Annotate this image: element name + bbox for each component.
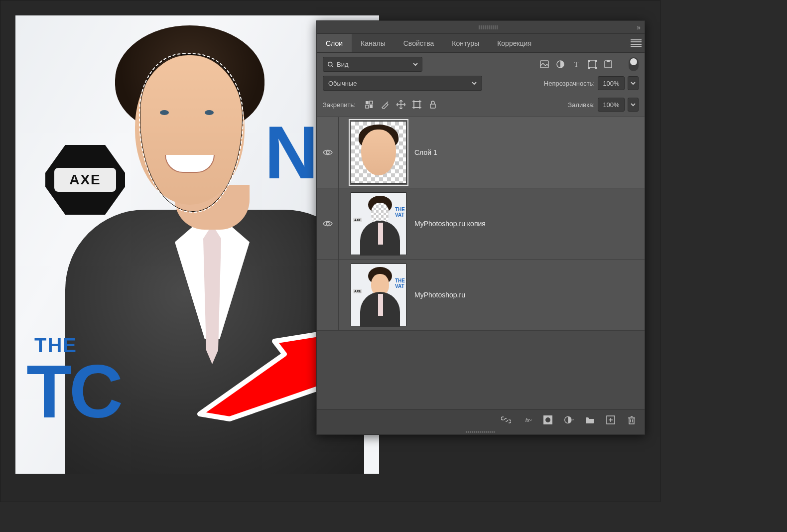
layer-kind-select[interactable]: Вид	[323, 57, 422, 72]
tab-layers[interactable]: Слои	[317, 34, 352, 52]
svg-text:T: T	[574, 61, 579, 68]
new-layer-icon[interactable]	[606, 415, 616, 425]
chevron-down-icon	[472, 80, 477, 87]
layer-row[interactable]: Слой 1	[317, 117, 645, 188]
link-icon[interactable]	[501, 415, 511, 425]
bg-text-big: TC	[26, 354, 120, 429]
svg-text:fx: fx	[525, 417, 530, 423]
svg-rect-11	[605, 61, 612, 68]
svg-rect-34	[629, 418, 634, 424]
layers-panel: » Слои Каналы Свойства Контуры Коррекция…	[316, 20, 645, 435]
panel-tabs: Слои Каналы Свойства Контуры Коррекция	[317, 34, 645, 53]
workspace: NA AXE THE TC » Слои Каналы	[0, 0, 660, 502]
lock-label: Закрепить:	[323, 101, 356, 109]
smartobject-filter-icon[interactable]	[604, 60, 613, 69]
figure-eye-left	[160, 110, 169, 115]
layer-name[interactable]: MyPhotoshop.ru	[414, 291, 465, 299]
layer-thumbnail[interactable]	[351, 121, 406, 184]
collapse-panel-icon[interactable]: »	[637, 23, 641, 31]
type-filter-icon[interactable]: T	[572, 60, 581, 69]
svg-rect-24	[430, 104, 435, 108]
lock-row: Закрепить: Заливка: 100%	[317, 95, 645, 117]
layer-thumbnail[interactable]: AXE THEVAT	[351, 264, 406, 326]
layer-list: Слой 1 AXE THEVAT MyPhotoshop.ru копия	[317, 117, 645, 409]
tab-adjustments[interactable]: Коррекция	[488, 34, 540, 52]
adjustment-filter-icon[interactable]	[556, 60, 565, 69]
mask-icon[interactable]	[543, 415, 553, 425]
tab-channels[interactable]: Каналы	[352, 34, 394, 52]
blend-mode-select[interactable]: Обычные	[323, 76, 482, 91]
chevron-down-icon	[413, 61, 418, 68]
svg-rect-12	[607, 60, 610, 62]
opacity-input[interactable]: 100%	[598, 76, 625, 90]
blend-row: Обычные Непрозрачность: 100%	[317, 76, 645, 95]
svg-rect-13	[366, 101, 369, 104]
svg-point-1	[328, 62, 332, 66]
lock-all-icon[interactable]	[428, 100, 437, 109]
layer-name[interactable]: Слой 1	[414, 148, 437, 156]
fill-input[interactable]: 100%	[598, 98, 625, 112]
svg-rect-14	[370, 101, 373, 104]
fill-stepper[interactable]	[628, 98, 639, 112]
filter-toggle[interactable]	[629, 57, 639, 71]
group-icon[interactable]	[585, 415, 595, 425]
panel-footer: fx	[317, 409, 645, 429]
tab-paths[interactable]: Контуры	[443, 34, 488, 52]
svg-rect-9	[588, 67, 590, 69]
lock-pixels-icon[interactable]	[365, 100, 374, 109]
svg-rect-15	[366, 105, 369, 108]
opacity-stepper[interactable]	[628, 76, 639, 90]
lock-artboard-icon[interactable]	[412, 100, 421, 109]
opacity-value: 100%	[603, 80, 619, 87]
svg-point-26	[326, 222, 329, 225]
lock-move-icon[interactable]	[396, 100, 405, 109]
layer-row[interactable]: AXE THEVAT MyPhotoshop.ru копия	[317, 188, 645, 260]
adjustment-layer-icon[interactable]	[564, 415, 574, 425]
svg-point-25	[326, 151, 329, 154]
visibility-toggle[interactable]	[323, 220, 333, 227]
panel-titlebar[interactable]: »	[317, 21, 645, 34]
fill-label: Заливка:	[568, 101, 595, 109]
trash-icon[interactable]	[627, 415, 637, 425]
panel-menu-icon[interactable]	[631, 39, 642, 47]
layer-thumbnail[interactable]: AXE THEVAT	[351, 192, 406, 255]
tab-properties[interactable]: Свойства	[394, 34, 443, 52]
panel-grip[interactable]	[479, 25, 499, 29]
svg-point-29	[545, 417, 550, 422]
fill-value: 100%	[603, 101, 619, 109]
filter-row: Вид T	[317, 53, 645, 76]
shape-filter-icon[interactable]	[588, 60, 597, 69]
svg-rect-10	[595, 67, 597, 69]
svg-rect-8	[595, 60, 597, 62]
opacity-label: Непрозрачность:	[544, 80, 595, 87]
svg-rect-7	[588, 60, 590, 62]
axe-logo-text: AXE	[54, 168, 116, 192]
visibility-toggle[interactable]	[323, 149, 333, 156]
svg-rect-6	[589, 61, 596, 68]
svg-rect-16	[370, 105, 373, 108]
image-filter-icon[interactable]	[540, 60, 549, 69]
panel-resize-grip[interactable]	[317, 429, 645, 434]
figure-eye-right	[205, 110, 214, 115]
layer-row[interactable]: AXE THEVAT MyPhotoshop.ru	[317, 260, 645, 331]
svg-line-2	[332, 65, 333, 67]
figure-face	[135, 55, 245, 205]
svg-rect-19	[414, 102, 420, 108]
axe-logo: AXE	[45, 145, 125, 215]
fx-icon[interactable]: fx	[522, 415, 532, 425]
search-icon	[327, 61, 334, 68]
blend-mode-value: Обычные	[328, 80, 357, 87]
layer-name[interactable]: MyPhotoshop.ru копия	[414, 220, 486, 228]
layer-kind-label: Вид	[337, 61, 349, 68]
lock-paint-icon[interactable]	[381, 100, 390, 109]
